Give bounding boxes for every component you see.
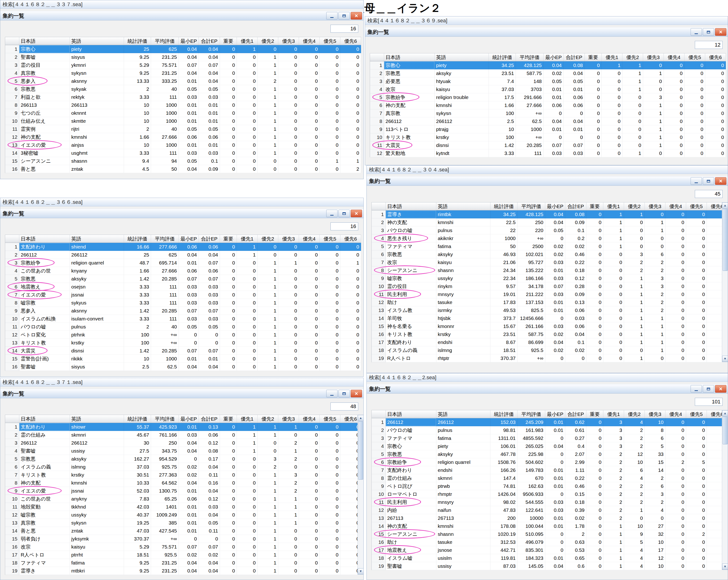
table-row[interactable]: 14善と悪zntak47.03427.5450.010.110010000 (5, 527, 361, 535)
column-header-rownum[interactable] (372, 202, 386, 211)
column-header[interactable]: 優先2 (624, 202, 645, 211)
column-header[interactable]: 最小EP (545, 202, 565, 211)
table-row[interactable]: 13キリスト教krstky100+∞000010000 (5, 339, 361, 347)
table-row[interactable]: 1霊導きrimtbk34.25428.1250.040.080110000 (372, 211, 728, 218)
restore-button[interactable] (338, 210, 350, 217)
table-row[interactable]: 1支配終わりshiowr55.37425.9230.010.130111000 (5, 423, 361, 431)
table-row[interactable]: 7改宗kaisyu21.0695.7270.030.220022000 (372, 258, 728, 266)
table-row[interactable]: 3霊の役目ykmnri5.2975.5710.070.070010000 (5, 61, 361, 69)
table-row[interactable]: 4悪生き残りakiknkr1000+∞00.20100000 (372, 234, 728, 242)
table-row[interactable]: 12嘘宗教ussyky40.371009.2490.010.040011000 (5, 511, 361, 519)
scroll-up-button[interactable]: ▲ (722, 202, 728, 209)
table-row[interactable]: 16キリスト教krstky23.51587.750.020.040011000 (372, 330, 728, 338)
table-row[interactable]: 11パウロの嘘pulnus2400.050.050010000 (5, 323, 361, 331)
restore-button[interactable] (703, 385, 714, 393)
column-header[interactable]: 優先1 (237, 37, 258, 45)
list-window-titlebar[interactable]: 集約一覧 × (367, 176, 728, 186)
scrollbar-thumb[interactable] (358, 421, 363, 479)
column-header[interactable]: 優先1 (603, 410, 624, 418)
table-row[interactable]: 1宗教心piety34.25428.1250.040.080110000 (370, 61, 726, 70)
column-header[interactable]: 統計評価 (124, 235, 151, 243)
table-row[interactable]: 18イスラム嘘usislm119.81184.3230.010.65014120… (372, 554, 728, 562)
column-header-rownum[interactable] (370, 53, 384, 61)
column-header[interactable]: 優先2 (258, 235, 278, 243)
table-row[interactable]: 12神の支配kmnshi1.6627.6660.060.060010000 (5, 133, 361, 141)
minimize-button[interactable] (691, 177, 702, 185)
scrollbar-thumb[interactable] (723, 417, 728, 444)
table-row[interactable]: 4改宗kaisyu37.0337030.010.010010000 (370, 85, 726, 93)
table-row[interactable]: 10霊の役目rinykm9.5734.1780.070.280013000 (372, 282, 728, 291)
minimize-button[interactable] (326, 12, 338, 20)
column-header[interactable]: 優先2 (622, 53, 643, 61)
column-header[interactable]: 英語 (70, 235, 124, 243)
restore-button[interactable] (338, 12, 350, 20)
table-row[interactable]: 143秘密嘘usghmt3.331110.030.030010000 (5, 149, 361, 157)
table-row[interactable]: 3ファティマfatima1311.014855.59200.270326000 (372, 434, 728, 442)
table-row[interactable]: 8霊の仕組みskmnri147.46700.010.220242000 (372, 474, 728, 482)
scroll-down-button[interactable]: ▼ (722, 563, 728, 570)
table-row[interactable]: 4真宗教sykysn9.25231.250.040.040010000 (5, 69, 361, 77)
table-row[interactable]: 15弱者負けjyksymk370.37+∞000010000 (5, 535, 361, 543)
search-window-titlebar[interactable]: 検索[４４１６８２＿＿３６６.sea] (0, 198, 363, 206)
column-header[interactable]: 優先2 (258, 37, 278, 45)
column-header[interactable]: 優先4 (299, 235, 320, 243)
vertical-scrollbar[interactable]: ▲▼ (358, 415, 364, 575)
table-row[interactable]: 15霊警告(計画)rikikk1010000.010.010010000 (5, 355, 361, 363)
table-row[interactable]: 14神の支配kmnshi178.08100.0440.011.780110270… (372, 522, 728, 530)
table-row[interactable]: 9悪参入aksnny1.4220.2850.070.070010000 (5, 307, 361, 315)
result-count-field[interactable]: 16 (331, 25, 358, 33)
column-header-rownum[interactable] (372, 410, 386, 418)
column-header[interactable]: 重要 (220, 415, 237, 423)
column-header[interactable]: 平均評価 (151, 37, 179, 45)
column-header[interactable]: 合計EP (564, 53, 585, 61)
table-row[interactable]: 10仕組み伝えskmtte1010000.010.010010000 (5, 117, 361, 125)
column-header[interactable]: 優先3 (643, 53, 664, 61)
result-count-field[interactable]: 16 (331, 222, 358, 230)
table-row[interactable]: 15シーアスンニshasnn9.4940.050.10000011 (5, 157, 361, 165)
column-header[interactable]: 英語 (70, 37, 124, 45)
column-header[interactable]: 合計EP (199, 37, 220, 45)
table-row[interactable]: 6神の支配kmnshi1.6627.6660.060.060001000 (370, 101, 726, 109)
table-row[interactable]: 18イスラムの義islmng18.51925.50.020.020001000 (372, 346, 728, 354)
column-header[interactable]: 優先5 (686, 410, 707, 418)
table-row[interactable]: 5ファティマfatima5025000.020.020100000 (372, 242, 728, 250)
column-header-rownum[interactable] (5, 37, 19, 45)
close-button[interactable]: × (715, 385, 726, 393)
column-header[interactable]: 優先6 (340, 37, 361, 45)
table-row[interactable]: 82661122661122.562.50.040.040001000 (370, 117, 726, 125)
table-row[interactable]: 12助けtasuke17.83137.1530.010.130012000 (372, 298, 728, 306)
column-header[interactable]: 優先4 (666, 410, 686, 418)
table-row[interactable]: 11霊実例rijtri2400.050.050010000 (5, 125, 361, 133)
table-row[interactable]: 7真宗教sykysn100+∞000001000 (370, 109, 726, 117)
table-row[interactable]: 82661132661131010000.010.010010000 (5, 101, 361, 109)
column-header[interactable]: 優先3 (645, 410, 666, 418)
close-button[interactable]: × (715, 177, 726, 185)
column-header[interactable]: 優先4 (299, 415, 320, 423)
column-header[interactable]: 平均評価 (151, 235, 179, 243)
list-window-titlebar[interactable]: 集約一覧 × (367, 384, 728, 393)
column-header[interactable]: 優先6 (705, 53, 726, 61)
list-window-titlebar[interactable]: 集約一覧 × (0, 389, 363, 398)
column-header[interactable]: 優先5 (686, 202, 707, 211)
column-header[interactable]: 合計EP (565, 202, 587, 211)
table-row[interactable]: 14大震災disnsi1.4220.2850.070.070010000 (5, 347, 361, 355)
column-header[interactable]: 合計EP (565, 410, 587, 418)
table-row[interactable]: 10ローマペトロrhmptr1426.049506.93300.15022300… (372, 490, 728, 498)
table-row[interactable]: 13267113267113200100000.010.020200000 (372, 514, 728, 522)
column-header[interactable]: 英語 (70, 415, 124, 423)
search-window-titlebar[interactable]: 検索[４４１６８２＿＿３６９.sea] (365, 17, 728, 25)
column-header[interactable]: 日本語 (386, 202, 436, 211)
table-row[interactable]: 11大震災disnsi1.4220.2850.070.070001000 (370, 141, 726, 149)
table-row[interactable]: 15シーアスンニshasnn1020.19510.0950201932020 (372, 530, 728, 538)
table-row[interactable]: 7キリスト教krstky30.51277.3630.020.110013000 (5, 471, 361, 479)
table-row[interactable]: 6宗教悪aksyky46.93102.0210.020.460036000 (372, 250, 728, 258)
table-row[interactable]: 19聖書嘘ussisy87.03145.050.040.601410000 (372, 562, 728, 570)
table-row[interactable]: 7支配終わりendshi166.26149.7830.011.110261400… (372, 466, 728, 474)
table-row[interactable]: 3266112266112302500.040.120102000 (5, 439, 361, 447)
restore-button[interactable] (338, 390, 350, 397)
table-row[interactable]: 8神の支配kmnshi10.3364.5620.040.160012000 (5, 479, 361, 487)
column-header[interactable]: 平均評価 (518, 202, 545, 211)
table-row[interactable]: 19R人ペトロrhtptr370.37+∞000010000 (372, 354, 728, 362)
table-row[interactable]: 11民主利用mnsyry98.02544.5550.030.180222000 (372, 498, 728, 506)
table-row[interactable]: 11地殻変動tkkhnd42.0314010.010.030011000 (5, 503, 361, 511)
